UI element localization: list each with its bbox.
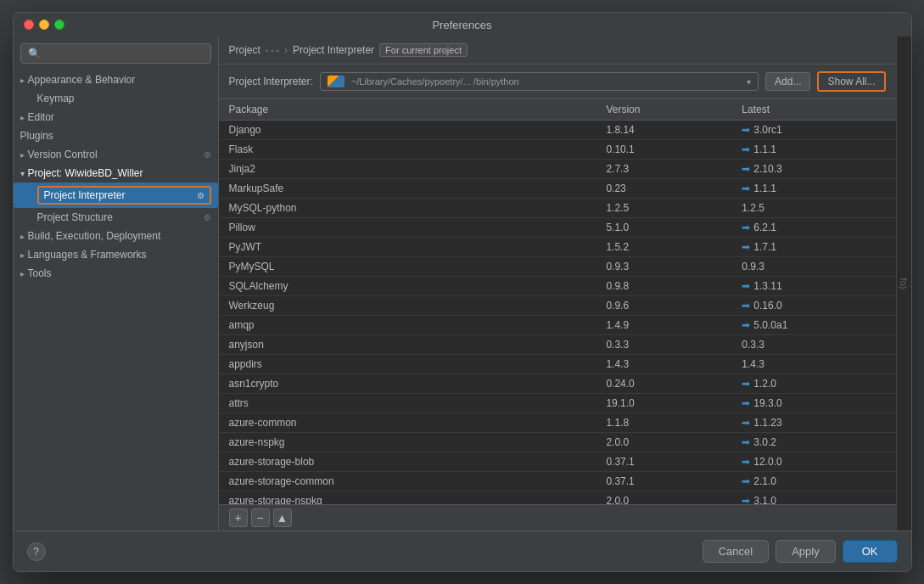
sidebar-item-keymap[interactable]: Keymap xyxy=(14,89,218,108)
package-version: 1.1.8 xyxy=(596,413,731,433)
sidebar-item-plugins[interactable]: Plugins xyxy=(14,126,218,145)
table-row[interactable]: MySQL-python1.2.51.2.5 xyxy=(219,199,896,218)
package-latest: ➡1.1.1 xyxy=(731,179,895,199)
sidebar-item-version-control[interactable]: ▸ Version Control ⚙ xyxy=(14,145,218,164)
interpreter-bar: Project Interpreter: ~/Library/Caches/py… xyxy=(219,65,896,99)
package-name: MySQL-python xyxy=(219,199,596,218)
add-interpreter-button[interactable]: Add... xyxy=(765,72,810,91)
sidebar-item-project-interpreter[interactable]: Project Interpreter ⚙ xyxy=(14,182,218,208)
search-input[interactable] xyxy=(44,48,204,59)
table-row[interactable]: appdirs1.4.31.4.3 xyxy=(219,355,896,374)
table-row[interactable]: azure-nspkg2.0.0➡3.0.2 xyxy=(219,433,896,452)
preferences-window: Preferences 🔍 ▸ Appearance & Behavior Ke… xyxy=(13,12,912,572)
package-latest: ➡5.0.0a1 xyxy=(731,316,895,335)
package-latest: ➡1.2.0 xyxy=(731,374,895,394)
minimize-button[interactable] xyxy=(39,20,49,30)
package-name: azure-storage-nspkg xyxy=(219,491,596,505)
sidebar-item-tools[interactable]: ▸ Tools xyxy=(14,264,218,283)
table-row[interactable]: azure-common1.1.8➡1.1.23 xyxy=(219,413,896,433)
package-latest: ➡19.3.0 xyxy=(731,394,895,413)
package-version: 0.10.1 xyxy=(596,140,731,160)
table-row[interactable]: Jinja22.7.3➡2.10.3 xyxy=(219,160,896,179)
search-box[interactable]: 🔍 xyxy=(20,43,211,64)
package-latest: ➡1.7.1 xyxy=(731,238,895,257)
bottom-bar: ? Cancel Apply OK xyxy=(14,531,911,571)
breadcrumb-separator: › xyxy=(284,44,288,56)
interpreter-dropdown[interactable]: ~/Library/Caches/pypoetry/... /bin/pytho… xyxy=(320,72,759,91)
sidebar-item-label: Plugins xyxy=(20,130,53,142)
table-row[interactable]: asn1crypto0.24.0➡1.2.0 xyxy=(219,374,896,394)
table-row[interactable]: amqp1.4.9➡5.0.0a1 xyxy=(219,316,896,335)
col-latest: Latest xyxy=(731,99,895,121)
sidebar-item-appearance[interactable]: ▸ Appearance & Behavior xyxy=(14,70,218,89)
package-version: 1.4.9 xyxy=(596,316,731,335)
vcs-icon: ⚙ xyxy=(204,150,211,160)
update-arrow-icon: ➡ xyxy=(742,475,750,487)
table-row[interactable]: PyJWT1.5.2➡1.7.1 xyxy=(219,238,896,257)
breadcrumb: Project ▪ ▪ ▪ › Project Interpreter For … xyxy=(219,36,896,65)
package-latest: ➡12.0.0 xyxy=(731,452,895,472)
settings-icon: ⚙ xyxy=(197,191,204,200)
sidebar-item-build[interactable]: ▸ Build, Execution, Deployment xyxy=(14,227,218,245)
interpreter-path: ~/Library/Caches/pypoetry/... /bin/pytho… xyxy=(351,76,740,87)
update-arrow-icon: ➡ xyxy=(742,124,750,136)
sidebar-item-label: Editor xyxy=(28,111,54,123)
search-icon: 🔍 xyxy=(28,48,41,59)
package-latest: ➡1.1.23 xyxy=(731,413,895,433)
package-latest: ➡2.10.3 xyxy=(731,160,895,179)
help-button[interactable]: ? xyxy=(27,542,46,561)
table-row[interactable]: attrs19.1.0➡19.3.0 xyxy=(219,394,896,413)
package-name: azure-nspkg xyxy=(219,433,596,452)
show-all-button[interactable]: Show All... xyxy=(817,71,885,92)
package-latest: ➡6.2.1 xyxy=(731,218,895,238)
apply-button[interactable]: Apply xyxy=(776,540,836,563)
dropdown-arrow-icon: ▾ xyxy=(747,77,751,87)
cancel-button[interactable]: Cancel xyxy=(703,540,769,563)
help-icon: ? xyxy=(33,546,39,558)
update-arrow-icon: ➡ xyxy=(742,456,750,468)
maximize-button[interactable] xyxy=(54,20,64,30)
package-name: PyMySQL xyxy=(219,257,596,277)
package-version: 0.3.3 xyxy=(596,335,731,355)
upgrade-package-button[interactable]: ▲ xyxy=(273,508,292,527)
sidebar-item-editor[interactable]: ▸ Editor xyxy=(14,108,218,126)
table-row[interactable]: Pillow5.1.0➡6.2.1 xyxy=(219,218,896,238)
main-panel: Project ▪ ▪ ▪ › Project Interpreter For … xyxy=(219,36,896,531)
col-package: Package xyxy=(219,99,596,121)
table-row[interactable]: Django1.8.14➡3.0rc1 xyxy=(219,121,896,140)
table-row[interactable]: MarkupSafe0.23➡1.1.1 xyxy=(219,179,896,199)
package-name: amqp xyxy=(219,316,596,335)
sidebar-item-label: Project Interpreter xyxy=(44,189,126,201)
close-button[interactable] xyxy=(24,20,34,30)
package-name: asn1crypto xyxy=(219,374,596,394)
sidebar-item-project-structure[interactable]: Project Structure ⚙ xyxy=(14,208,218,227)
sidebar-item-label: Languages & Frameworks xyxy=(28,249,147,261)
package-name: Werkzeug xyxy=(219,296,596,316)
titlebar: Preferences xyxy=(14,13,911,36)
remove-package-button[interactable]: − xyxy=(251,508,270,527)
table-row[interactable]: PyMySQL0.9.30.9.3 xyxy=(219,257,896,277)
sidebar-item-project[interactable]: ▾ Project: WiwideBD_Willer xyxy=(14,164,218,182)
package-version: 2.0.0 xyxy=(596,433,731,452)
table-row[interactable]: azure-storage-blob0.37.1➡12.0.0 xyxy=(219,452,896,472)
update-arrow-icon: ➡ xyxy=(742,241,750,253)
package-latest: 0.3.3 xyxy=(731,335,895,355)
table-row[interactable]: azure-storage-common0.37.1➡2.1.0 xyxy=(219,472,896,491)
table-row[interactable]: Flask0.10.1➡1.1.1 xyxy=(219,140,896,160)
package-version: 1.5.2 xyxy=(596,238,731,257)
sidebar-item-languages[interactable]: ▸ Languages & Frameworks xyxy=(14,245,218,264)
table-row[interactable]: SQLAlchemy0.9.8➡1.3.11 xyxy=(219,277,896,296)
ok-button[interactable]: OK xyxy=(843,540,898,563)
package-name: SQLAlchemy xyxy=(219,277,596,296)
structure-icon: ⚙ xyxy=(204,213,211,222)
table-row[interactable]: anyjson0.3.30.3.3 xyxy=(219,335,896,355)
package-latest: ➡0.16.0 xyxy=(731,296,895,316)
table-row[interactable]: azure-storage-nspkg2.0.0➡3.1.0 xyxy=(219,491,896,505)
update-arrow-icon: ➡ xyxy=(742,280,750,292)
add-package-button[interactable]: + xyxy=(229,508,248,527)
table-row[interactable]: Werkzeug0.9.6➡0.16.0 xyxy=(219,296,896,316)
update-arrow-icon: ➡ xyxy=(742,397,750,409)
expand-arrow-icon: ▸ xyxy=(20,150,25,160)
sidebar-item-label: Project Structure xyxy=(37,211,113,223)
package-version: 2.0.0 xyxy=(596,491,731,505)
